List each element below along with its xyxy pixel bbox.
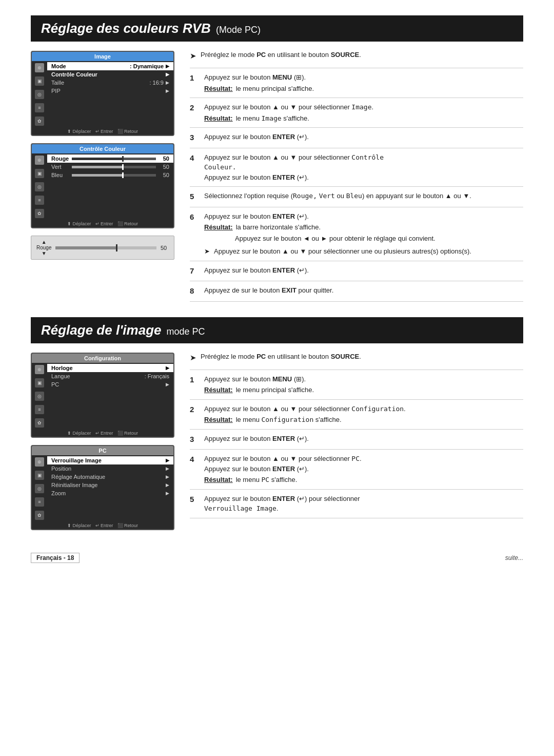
section2-header: Réglage de l'image mode PC xyxy=(31,317,523,343)
tv-pc-zoom: Zoom ▶ xyxy=(47,489,173,497)
rouge-value: 50 xyxy=(161,245,169,251)
s2-step4: 4 Appuyez sur le bouton ▲ ou ▼ pour séle… xyxy=(190,449,523,489)
tv-screen-config-title: Configuration xyxy=(32,354,173,363)
tv-item-mode: Mode : Dynamique ▶ xyxy=(47,62,173,70)
tv-icon2-2: ▣ xyxy=(35,169,44,178)
s2-step1-result: Résultat: le menu principal s'affiche. xyxy=(204,385,523,395)
section1-instructions: ➤ Préréglez le mode PC en utilisant le b… xyxy=(190,51,523,302)
section2-sub-title: mode PC xyxy=(166,326,205,337)
step3: 3 Appuyez sur le bouton ENTER (↵). xyxy=(190,127,523,148)
step2: 2 Appuyez sur le bouton ▲ ou ▼ pour séle… xyxy=(190,98,523,127)
tv-cfg-icon4: ≡ xyxy=(35,405,44,414)
tv-color-bleu: Bleu 50 xyxy=(47,171,173,179)
tv-cfg-footer: ⬆ Déplacer ↵ Entrer ⬛ Retour xyxy=(32,430,173,437)
tv-icon2-5: ✿ xyxy=(35,209,44,218)
tv-icon-3: ◎ xyxy=(35,90,44,99)
section2-main-title: Réglage de l'image xyxy=(41,322,161,338)
step1: 1 Appuyez sur le bouton MENU (⊞). Résult… xyxy=(190,68,523,98)
bleu-bar xyxy=(72,174,156,177)
tv-cfg-icon3: ◎ xyxy=(35,392,44,401)
tv-screen-controle-couleur: Contrôle Couleur ⊕ ▣ ◎ ≡ ✿ Rouge xyxy=(31,143,174,228)
s2-step4-result: Résultat: le menu PC s'affiche. xyxy=(204,475,523,485)
tv-screen-pc: PC ⊕ ▣ ◎ ≡ ✿ Verrouillage Image ▶ xyxy=(31,445,174,530)
section2-prereq-arrow: ➤ xyxy=(190,353,196,362)
s2-step5: 5 Appuyez sur le bouton ENTER (↵) pour s… xyxy=(190,489,523,518)
section2-prereq: ➤ Préréglez le mode PC en utilisant le b… xyxy=(190,353,523,362)
section1-sub-title: (Mode PC) xyxy=(216,25,261,35)
tv-pc-icon1: ⊕ xyxy=(35,457,44,467)
rouge-marker xyxy=(116,244,117,251)
tv-screen1-title: Image xyxy=(32,52,173,61)
section1-header: Réglage des couleurs RVB (Mode PC) xyxy=(31,15,523,42)
tv-pc-position: Position ▶ xyxy=(47,464,173,473)
section2: Réglage de l'image mode PC Configuration… xyxy=(31,317,523,537)
tv-cfg-pc: PC ▶ xyxy=(47,380,173,389)
section1: Réglage des couleurs RVB (Mode PC) Image… xyxy=(31,15,523,302)
rouge-bar xyxy=(72,158,156,160)
tv-icons-pc: ⊕ ▣ ◎ ≡ ✿ xyxy=(32,455,47,522)
tv-cfg-horloge: Horloge ▶ xyxy=(47,364,173,372)
section1-screens: Image ⊕ ▣ ◎ ≡ ✿ Mode : Dynamique ▶ xyxy=(31,51,174,302)
step8: 8 Appuyez de sur le bouton EXIT pour qui… xyxy=(190,281,523,302)
tv-pc-items: Verrouillage Image ▶ Position ▶ Réglage … xyxy=(47,455,173,522)
s2-step1: 1 Appuyez sur le bouton MENU (⊞). Résult… xyxy=(190,370,523,399)
tv-icon-2: ▣ xyxy=(35,76,44,86)
suite-label: suite... xyxy=(505,554,523,561)
page-number: Français - 18 xyxy=(31,553,80,563)
tv-item-pip: PIP ▶ xyxy=(47,87,173,95)
step6-arrow-note: ➤ Appuyez sur le bouton ▲ ou ▼ pour séle… xyxy=(204,246,523,257)
tv-pc-icon4: ≡ xyxy=(35,497,44,507)
tv-item-controle-couleur: Contrôle Couleur ▶ xyxy=(47,70,173,79)
tv-icon-1: ⊕ xyxy=(35,63,44,72)
tv-pc-verrouillage: Verrouillage Image ▶ xyxy=(47,456,173,464)
tv-config-items: Horloge ▶ Langue : Français PC ▶ xyxy=(47,363,173,430)
tv-cfg-langue: Langue : Français xyxy=(47,372,173,380)
tv-screen-pc-title: PC xyxy=(32,446,173,455)
section1-prereq: ➤ Préréglez le mode PC en utilisant le b… xyxy=(190,51,523,61)
section1-main-title: Réglage des couleurs RVB xyxy=(41,21,211,36)
tv-pc-reglage-auto: Réglage Automatique ▶ xyxy=(47,473,173,481)
tv-cfg-icon5: ✿ xyxy=(35,418,44,428)
tv-icon-5: ✿ xyxy=(35,117,44,126)
tv-screen-config: Configuration ⊕ ▣ ◎ ≡ ✿ Horloge ▶ xyxy=(31,353,174,438)
rouge-fill xyxy=(55,246,116,249)
step1-result: Résultat: le menu principal s'affiche. xyxy=(204,84,523,94)
step4: 4 Appuyez sur le bouton ▲ ou ▼ pour séle… xyxy=(190,148,523,187)
tv-pc-icon5: ✿ xyxy=(35,511,44,520)
s2-step3: 3 Appuyez sur le bouton ENTER (↵). xyxy=(190,429,523,450)
section2-screens: Configuration ⊕ ▣ ◎ ≡ ✿ Horloge ▶ xyxy=(31,353,174,537)
step6: 6 Appuyez sur le bouton ENTER (↵). Résul… xyxy=(190,207,523,261)
tv-screen2-title: Contrôle Couleur xyxy=(32,144,173,153)
rouge-label: ▲ Rouge ▼ xyxy=(36,239,51,256)
tv-icon2-4: ≡ xyxy=(35,196,44,205)
step2-result: Résultat: le menu Image s'affiche. xyxy=(204,113,523,124)
tv-cfg-icon1: ⊕ xyxy=(35,365,44,374)
page-footer-row: Français - 18 suite... xyxy=(31,553,523,563)
tv-pc-icon3: ◎ xyxy=(35,484,44,493)
s2-step2-result: Résultat: le menu Configuration s'affich… xyxy=(204,415,523,425)
tv-icon2-3: ◎ xyxy=(35,182,44,191)
tv-screen-image: Image ⊕ ▣ ◎ ≡ ✿ Mode : Dynamique ▶ xyxy=(31,51,174,136)
tv-screen1-items: Mode : Dynamique ▶ Contrôle Couleur ▶ Ta… xyxy=(47,61,173,128)
tv-color-vert: Vert 50 xyxy=(47,163,173,171)
tv-icons-col2: ⊕ ▣ ◎ ≡ ✿ xyxy=(32,153,47,220)
tv-screen2-footer: ⬆ Déplacer ↵ Entrer ⬛ Retour xyxy=(32,220,173,227)
tv-icons-col: ⊕ ▣ ◎ ≡ ✿ xyxy=(32,61,47,128)
step6-result: Résultat: la barre horizontale s'affiche… xyxy=(204,222,523,232)
vert-bar xyxy=(72,166,156,168)
tv-screen1-footer: ⬆ Déplacer ↵ Entrer ⬛ Retour xyxy=(32,128,173,135)
tv-item-taille: Taille : 16:9 ▶ xyxy=(47,79,173,87)
tv-icons-cfg: ⊕ ▣ ◎ ≡ ✿ xyxy=(32,363,47,430)
tv-cfg-icon2: ▣ xyxy=(35,378,44,387)
rouge-bar-screen: ▲ Rouge ▼ 50 xyxy=(31,236,174,260)
tv-icon2-1: ⊕ xyxy=(35,156,44,165)
s2-step2: 2 Appuyez sur le bouton ▲ ou ▼ pour séle… xyxy=(190,399,523,429)
step5: 5 Sélectionnez l'option requise (Rouge, … xyxy=(190,186,523,207)
section2-instructions: ➤ Préréglez le mode PC en utilisant le b… xyxy=(190,353,523,537)
tv-pc-reinitialiser: Réinitialiser Image ▶ xyxy=(47,481,173,489)
tv-screen2-items: Rouge 50 Vert xyxy=(47,153,173,220)
rouge-outer-bar xyxy=(55,246,156,249)
step7: 7 Appuyez sur le bouton ENTER (↵). xyxy=(190,261,523,281)
prereq-arrow-icon: ➤ xyxy=(190,51,196,61)
tv-icon-4: ≡ xyxy=(35,103,44,112)
